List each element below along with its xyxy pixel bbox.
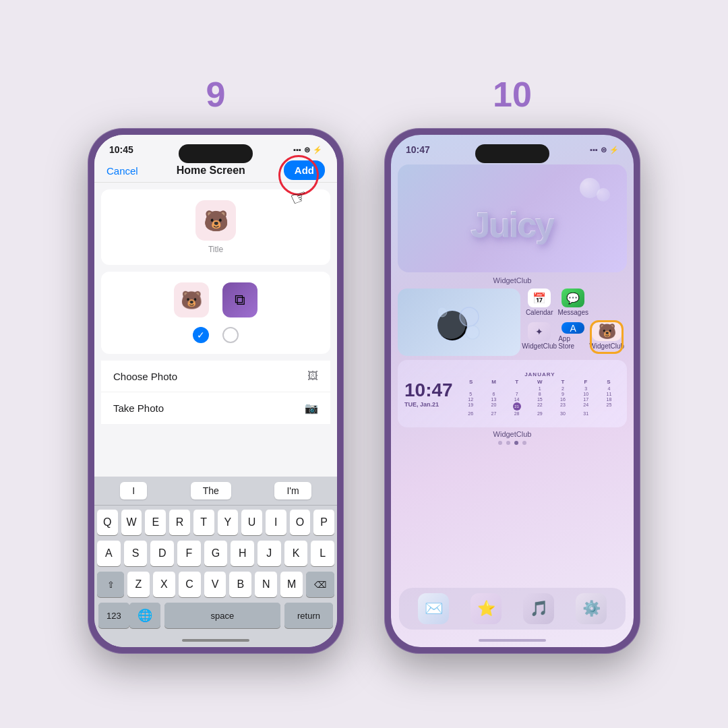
status-icons-10: ▪▪▪ ⊜ ⚡ xyxy=(590,146,619,154)
dock-star[interactable]: ⭐ xyxy=(471,593,502,624)
cal-day-30: 28 xyxy=(506,411,528,416)
key-z[interactable]: Z xyxy=(127,572,150,597)
icon-option-shortcut[interactable]: ⧉ xyxy=(222,282,257,317)
keyboard-rows: Q W E R T Y U I O P A xyxy=(94,506,337,600)
icon-option-bear[interactable]: 🐻 xyxy=(174,282,209,317)
cal-day-26: 24 xyxy=(575,402,597,411)
wifi-icon-10: ⊜ xyxy=(601,146,607,154)
step-10-number: 10 xyxy=(493,74,532,115)
key-s[interactable]: S xyxy=(124,541,148,566)
key-h[interactable]: H xyxy=(231,541,254,566)
key-g[interactable]: G xyxy=(204,541,228,566)
key-n[interactable]: N xyxy=(255,572,277,597)
cancel-button-9[interactable]: Cancel xyxy=(107,165,138,177)
cal-grid: JANUARY SMTWTFS 123456789101112131415161… xyxy=(460,371,620,416)
key-o[interactable]: O xyxy=(290,510,311,535)
signal-icon-9: ▪▪▪ xyxy=(293,146,301,154)
camera-icon: 📷 xyxy=(305,402,318,415)
dock-settings[interactable]: ⚙️ xyxy=(576,593,607,624)
appstore-label: App Store xyxy=(558,335,588,350)
cal-day-24: 22 xyxy=(528,402,551,411)
juicy-brand-text: Juicy xyxy=(471,205,554,245)
icon-selector: 🐻 ⧉ ✓ xyxy=(101,272,330,354)
battery-icon-9: ⚡ xyxy=(313,146,322,154)
check-selected[interactable]: ✓ xyxy=(193,327,209,343)
phone-10-screen: 10:47 ▪▪▪ ⊜ ⚡ Juicy xyxy=(391,135,634,647)
key-123[interactable]: 123 xyxy=(98,603,129,628)
app-icon-grid: 📅 Calendar 💬 Messages xyxy=(524,289,627,356)
key-t[interactable]: T xyxy=(193,510,214,535)
key-a[interactable]: A xyxy=(97,541,121,566)
check-empty[interactable] xyxy=(222,327,239,343)
key-b[interactable]: B xyxy=(229,572,251,597)
add-button-9[interactable]: Add xyxy=(284,160,325,180)
home-indicator-9 xyxy=(182,639,249,642)
key-q[interactable]: Q xyxy=(97,510,118,535)
key-i[interactable]: I xyxy=(266,510,286,535)
wifi-icon-9: ⊜ xyxy=(304,146,310,154)
key-c[interactable]: C xyxy=(179,572,201,597)
key-e[interactable]: E xyxy=(145,510,166,535)
key-l[interactable]: L xyxy=(311,541,334,566)
key-d[interactable]: D xyxy=(150,541,174,566)
app-widgetclub-small[interactable]: ✦ WidgetClub xyxy=(524,322,554,352)
page-dots xyxy=(398,438,627,448)
cal-day-31: 29 xyxy=(528,411,551,416)
cal-day-33: 31 xyxy=(575,411,597,416)
key-v[interactable]: V xyxy=(204,572,226,597)
suggestion-im[interactable]: I'm xyxy=(274,482,311,499)
key-x[interactable]: X xyxy=(153,572,175,597)
app-messages[interactable]: 💬 Messages xyxy=(558,289,588,318)
choose-photo-label: Choose Photo xyxy=(113,371,177,382)
dock-mail[interactable]: ✉️ xyxy=(418,593,449,624)
cal-day-21: 19 xyxy=(460,402,482,411)
key-u[interactable]: U xyxy=(241,510,262,535)
phone-10-frame: 10:47 ▪▪▪ ⊜ ⚡ Juicy xyxy=(384,128,640,654)
key-r[interactable]: R xyxy=(169,510,190,535)
key-shift[interactable]: ⇧ xyxy=(97,572,124,597)
step-10: 10 10:47 ▪▪▪ ⊜ ⚡ xyxy=(384,74,640,654)
key-p[interactable]: P xyxy=(313,510,334,535)
key-delete[interactable]: ⌫ xyxy=(306,572,334,597)
cal-day-11: 9 xyxy=(551,392,574,396)
cal-day-25: 23 xyxy=(551,402,574,411)
key-j[interactable]: J xyxy=(257,541,281,566)
signal-icon-10: ▪▪▪ xyxy=(590,146,598,154)
key-w[interactable]: W xyxy=(121,510,142,535)
keyboard-bottom: 123 🌐 space return xyxy=(94,600,337,635)
key-globe[interactable]: 🌐 xyxy=(129,603,160,628)
key-f[interactable]: F xyxy=(177,541,201,566)
battery-icon-10: ⚡ xyxy=(609,146,619,154)
key-k[interactable]: K xyxy=(284,541,308,566)
suggestion-i[interactable]: I xyxy=(120,482,147,499)
home-indicator-10 xyxy=(479,639,546,642)
add-btn-wrapper: Add ☞ xyxy=(284,164,325,177)
suggestion-the[interactable]: The xyxy=(191,482,231,499)
cal-day-9: 7 xyxy=(506,392,528,396)
home-indicator-wrapper-10 xyxy=(391,636,634,647)
app-icon-preview: 🐻 xyxy=(195,200,236,241)
menu-take-photo[interactable]: Take Photo 📷 xyxy=(101,392,330,424)
bubble-2 xyxy=(597,188,610,202)
menu-choose-photo[interactable]: Choose Photo 🖼 xyxy=(101,361,330,392)
app-calendar[interactable]: 📅 Calendar xyxy=(524,289,554,318)
cal-day-22: 20 xyxy=(483,402,505,411)
cal-date: TUE, Jan.21 xyxy=(404,401,453,408)
dock-music[interactable]: 🎵 xyxy=(523,593,554,624)
cal-day-13: 11 xyxy=(598,392,620,396)
cal-left: 10:47 TUE, Jan.21 xyxy=(404,380,453,408)
widgetclub-small-icon: ✦ xyxy=(528,322,551,341)
cal-day-27: 25 xyxy=(598,402,620,411)
dot-3-active xyxy=(514,441,518,445)
cal-day-28: 26 xyxy=(460,411,482,416)
app-bear-highlighted[interactable]: 🐻 WidgetClub xyxy=(592,322,621,352)
cal-day-15: 13 xyxy=(483,397,505,402)
cal-day-3: 1 xyxy=(528,386,551,391)
key-return[interactable]: return xyxy=(284,603,333,628)
key-y[interactable]: Y xyxy=(218,510,239,535)
key-m[interactable]: M xyxy=(280,572,303,597)
cal-time: 10:47 xyxy=(404,380,453,401)
app-icon-row-2: ✦ WidgetClub A App Store xyxy=(524,322,627,352)
app-appstore[interactable]: A App Store xyxy=(558,322,588,352)
key-space[interactable]: space xyxy=(164,603,280,628)
